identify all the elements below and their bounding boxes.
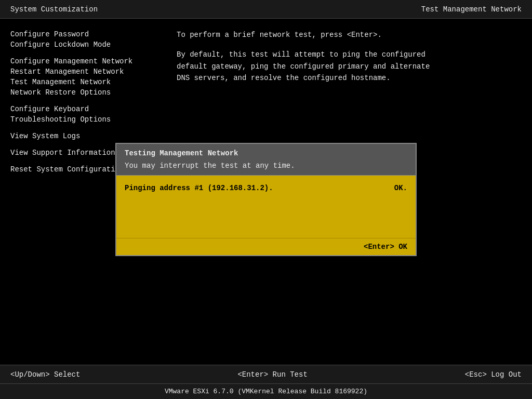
modal-footer: <Enter> OK (116, 238, 416, 255)
modal-ping-row: Pinging address #1 (192.168.31.2). OK. (125, 184, 407, 192)
modal-enter-button[interactable]: <Enter> OK (364, 243, 407, 251)
modal-subtitle: You may interrupt the test at any time. (125, 162, 407, 170)
modal-header: Testing Management Network You may inter… (116, 144, 416, 176)
modal-title: Testing Management Network (125, 149, 407, 157)
modal-body: Pinging address #1 (192.168.31.2). OK. (116, 176, 416, 238)
modal-overlay: Testing Management Network You may inter… (0, 0, 532, 399)
testing-modal: Testing Management Network You may inter… (115, 143, 417, 256)
modal-ping-status: OK. (394, 184, 407, 192)
modal-ping-text: Pinging address #1 (192.168.31.2). (125, 184, 273, 192)
